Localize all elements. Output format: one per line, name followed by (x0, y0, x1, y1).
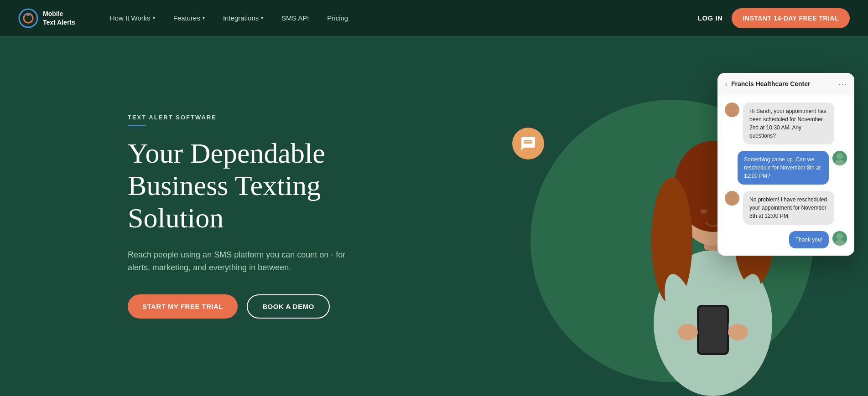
nav-links: How It Works ▾ Features ▾ Integrations ▾… (103, 10, 698, 26)
nav-right: LOG IN INSTANT 14-DAY FREE TRIAL (698, 8, 850, 28)
chevron-down-icon: ▾ (153, 15, 155, 21)
login-button[interactable]: LOG IN (698, 14, 723, 22)
message-bubble-3: No problem! I have rescheduled your appo… (743, 191, 834, 225)
svg-point-25 (834, 240, 845, 246)
svg-point-22 (729, 193, 735, 200)
nav-item-pricing[interactable]: Pricing (320, 10, 355, 26)
svg-point-18 (729, 105, 735, 111)
chevron-down-icon: ▾ (261, 15, 263, 21)
svg-point-10 (700, 209, 707, 214)
svg-point-20 (837, 153, 843, 159)
chat-header: ‹ Francis Healthcare Center ⋯ (717, 73, 854, 95)
message-1: Hi Sarah, your appointment has been sche… (725, 103, 847, 144)
avatar-provider (725, 103, 739, 117)
svg-point-2 (27, 13, 30, 16)
eyebrow-line (128, 125, 146, 126)
avatar-provider-2 (725, 191, 739, 206)
logo-text: Mobile Text Alerts (43, 10, 75, 26)
message-bubble-4: Thank you! (789, 231, 829, 248)
hero-title: Your Dependable Business Texting Solutio… (128, 137, 356, 235)
hero-eyebrow: TEXT ALERT SOFTWARE (128, 114, 356, 121)
svg-point-21 (834, 160, 845, 165)
chat-messages: Hi Sarah, your appointment has been sche… (717, 95, 854, 256)
speech-bubble-icon (520, 135, 536, 152)
message-2: Something came up. Can we reschedule for… (725, 151, 847, 185)
hero-buttons: START MY FREE TRIAL BOOK A DEMO (128, 294, 356, 319)
back-arrow-icon[interactable]: ‹ (725, 79, 728, 89)
chevron-down-icon: ▾ (203, 15, 205, 21)
logo-icon (18, 8, 38, 28)
message-bubble-2: Something came up. Can we reschedule for… (738, 151, 829, 185)
hero-subtitle: Reach people using an SMS platform you c… (128, 248, 356, 275)
nav-item-integrations[interactable]: Integrations ▾ (216, 10, 270, 26)
svg-point-24 (837, 233, 843, 240)
avatar-user-2 (832, 231, 847, 246)
logo[interactable]: Mobile Text Alerts (18, 8, 75, 28)
more-options-icon[interactable]: ⋯ (838, 78, 847, 89)
message-bubble-1: Hi Sarah, your appointment has been sche… (743, 103, 834, 144)
svg-point-16 (678, 324, 698, 340)
chat-bubble-icon (512, 128, 544, 159)
contact-name: Francis Healthcare Center (731, 80, 811, 87)
start-trial-button[interactable]: START MY FREE TRIAL (128, 294, 238, 319)
svg-point-17 (728, 324, 748, 340)
message-3: No problem! I have rescheduled your appo… (725, 191, 847, 225)
navigation: Mobile Text Alerts How It Works ▾ Featur… (0, 0, 868, 36)
hero-content: TEXT ALERT SOFTWARE Your Dependable Busi… (128, 114, 356, 319)
book-demo-button[interactable]: BOOK A DEMO (247, 294, 330, 319)
svg-point-19 (727, 112, 738, 117)
message-4: Thank you! (725, 231, 847, 248)
phone-chat-ui: ‹ Francis Healthcare Center ⋯ Hi Sarah, … (717, 73, 854, 256)
chat-header-left: ‹ Francis Healthcare Center (725, 79, 811, 89)
nav-item-how-it-works[interactable]: How It Works ▾ (103, 10, 162, 26)
svg-point-0 (19, 9, 37, 27)
hero-visual: ‹ Francis Healthcare Center ⋯ Hi Sarah, … (476, 36, 868, 396)
instant-trial-button[interactable]: INSTANT 14-DAY FREE TRIAL (732, 8, 850, 28)
nav-item-features[interactable]: Features ▾ (166, 10, 212, 26)
nav-item-sms-api[interactable]: SMS API (274, 10, 316, 26)
svg-point-23 (727, 200, 738, 206)
avatar-user (832, 151, 847, 165)
hero-section: TEXT ALERT SOFTWARE Your Dependable Busi… (0, 36, 868, 396)
svg-rect-13 (699, 307, 727, 353)
